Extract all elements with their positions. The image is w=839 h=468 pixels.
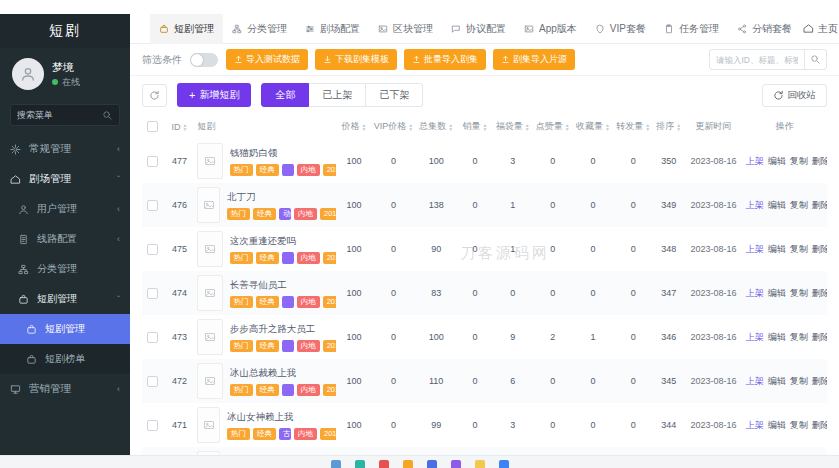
segment-2[interactable]: 已下架 [366,83,423,107]
row-checkbox[interactable] [147,288,158,299]
tab-0[interactable]: 短剧管理 [150,14,223,44]
sidebar-item-3[interactable]: 线路配置‹ [0,224,130,254]
sidebar-item-5[interactable]: 短剧管理ˇ [0,284,130,314]
taskbar-app-icon[interactable] [475,460,485,468]
sort-icon[interactable]: ▲▼ [676,123,681,131]
row-action-编辑[interactable]: 编辑 [768,288,786,298]
drama-thumbnail[interactable] [197,407,220,443]
filter-action-button-1[interactable]: 下载剧集模板 [315,49,397,70]
search-icon[interactable] [102,110,113,121]
column-header-8[interactable]: 点赞量▲▼ [533,114,573,139]
sort-icon[interactable]: ▲▼ [361,123,366,131]
row-action-删除[interactable]: 删除 [812,244,827,254]
table-search-input[interactable] [710,55,804,65]
drama-thumbnail[interactable] [197,143,222,179]
row-action-编辑[interactable]: 编辑 [768,376,786,386]
row-action-上架[interactable]: 上架 [746,244,764,254]
taskbar-app-icon[interactable] [451,460,461,468]
row-action-复制[interactable]: 复制 [790,332,808,342]
row-action-上架[interactable]: 上架 [746,376,764,386]
row-action-复制[interactable]: 复制 [790,288,808,298]
sidebar-item-6[interactable]: 短剧管理 [0,314,130,344]
segment-0[interactable]: 全部 [261,83,309,107]
sidebar-search-input[interactable] [17,110,98,120]
row-action-复制[interactable]: 复制 [790,200,808,210]
column-header-6[interactable]: 销量▲▼ [458,114,493,139]
row-action-删除[interactable]: 删除 [812,332,827,342]
column-header-9[interactable]: 收藏量▲▼ [573,114,613,139]
row-action-上架[interactable]: 上架 [746,200,764,210]
row-action-删除[interactable]: 删除 [812,420,827,430]
row-action-删除[interactable]: 删除 [812,376,827,386]
row-action-复制[interactable]: 复制 [790,420,808,430]
sort-icon[interactable]: ▲▼ [565,123,570,131]
add-drama-button[interactable]: +新增短剧 [177,83,251,107]
row-action-上架[interactable]: 上架 [746,288,764,298]
sidebar-item-1[interactable]: 剧场管理ˇ [0,164,130,194]
drama-thumbnail[interactable] [197,231,222,267]
taskbar-app-icon[interactable] [379,460,389,468]
column-header-11[interactable]: 排序▲▼ [653,114,684,139]
column-header-3[interactable]: 价格▲▼ [336,114,372,139]
checkbox[interactable] [147,121,158,132]
sort-icon[interactable]: ▲▼ [483,123,488,131]
column-header-4[interactable]: VIP价格▲▼ [372,114,415,139]
row-checkbox[interactable] [147,156,158,167]
row-action-编辑[interactable]: 编辑 [768,244,786,254]
filter-action-button-0[interactable]: 导入测试数据 [226,49,308,70]
tab-4[interactable]: 协议配置 [442,14,515,44]
sidebar-item-8[interactable]: 营销管理‹ [0,374,130,404]
tab-5[interactable]: App版本 [515,14,586,44]
taskbar-app-icon[interactable] [499,460,509,468]
filter-action-button-3[interactable]: 剧集导入片源 [493,49,575,70]
row-action-删除[interactable]: 删除 [812,156,827,166]
row-action-编辑[interactable]: 编辑 [768,420,786,430]
sidebar-item-4[interactable]: 分类管理 [0,254,130,284]
sort-icon[interactable]: ▲▼ [183,123,188,131]
drama-thumbnail[interactable] [197,187,220,223]
column-header-1[interactable]: ID▲▼ [163,114,197,139]
recycle-bin-button[interactable]: 回收站 [762,84,828,107]
column-header-5[interactable]: 总集数▲▼ [415,114,458,139]
row-action-复制[interactable]: 复制 [790,376,808,386]
row-action-删除[interactable]: 删除 [812,200,827,210]
row-action-编辑[interactable]: 编辑 [768,156,786,166]
sidebar-item-2[interactable]: 用户管理‹ [0,194,130,224]
row-action-上架[interactable]: 上架 [746,420,764,430]
column-header-7[interactable]: 福袋量▲▼ [493,114,533,139]
taskbar-app-icon[interactable] [403,460,413,468]
taskbar-app-icon[interactable] [355,460,365,468]
drama-thumbnail[interactable] [197,319,222,355]
tab-8[interactable]: 分销套餐 [728,14,801,44]
filter-toggle[interactable] [190,53,218,67]
sort-icon[interactable]: ▲▼ [645,123,650,131]
row-action-上架[interactable]: 上架 [746,332,764,342]
row-action-编辑[interactable]: 编辑 [768,332,786,342]
tab-7[interactable]: 任务管理 [655,14,728,44]
taskbar-app-icon[interactable] [427,460,437,468]
row-action-编辑[interactable]: 编辑 [768,200,786,210]
filter-action-button-2[interactable]: 批量导入剧集 [404,49,486,70]
sort-icon[interactable]: ▲▼ [605,123,610,131]
row-checkbox[interactable] [147,420,158,431]
sidebar-item-0[interactable]: 常规管理‹ [0,134,130,164]
column-header-10[interactable]: 转发量▲▼ [613,114,653,139]
row-checkbox[interactable] [147,332,158,343]
row-action-复制[interactable]: 复制 [790,156,808,166]
row-action-删除[interactable]: 删除 [812,288,827,298]
search-submit-button[interactable] [804,50,826,69]
select-all-checkbox[interactable] [142,114,163,139]
tab-2[interactable]: 剧场配置 [296,14,369,44]
row-action-复制[interactable]: 复制 [790,244,808,254]
tab-6[interactable]: VIP套餐 [586,14,655,44]
taskbar-app-icon[interactable] [331,460,341,468]
sort-icon[interactable]: ▲▼ [448,123,453,131]
drama-thumbnail[interactable] [197,363,222,399]
segment-1[interactable]: 已上架 [309,83,366,107]
tab-1[interactable]: 分类管理 [223,14,296,44]
tab-3[interactable]: 区块管理 [369,14,442,44]
sidebar-item-7[interactable]: 短剧榜单 [0,344,130,374]
refresh-button[interactable] [142,84,167,107]
row-checkbox[interactable] [147,244,158,255]
row-checkbox[interactable] [147,376,158,387]
